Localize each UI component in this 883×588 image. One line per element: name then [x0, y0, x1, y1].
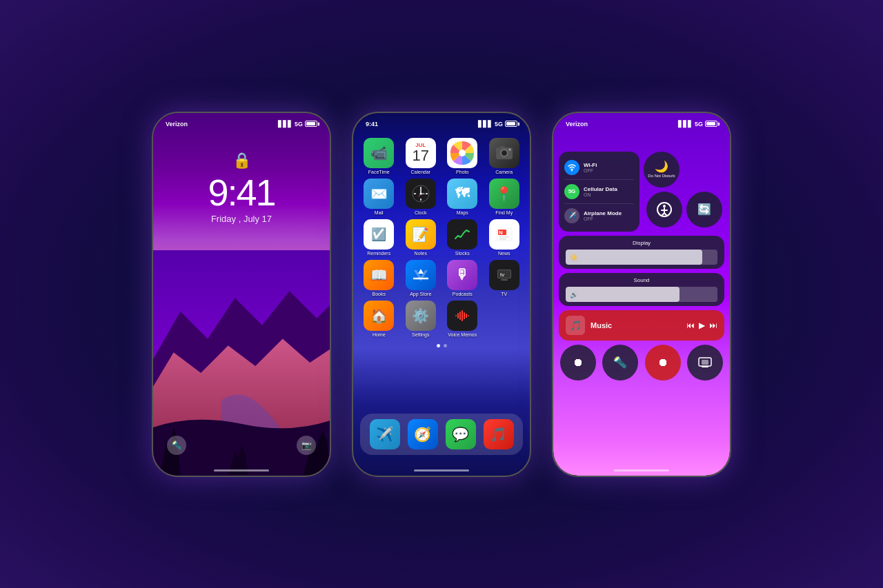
dock-telegram[interactable]: ✈️	[370, 419, 400, 449]
app-icon-camera[interactable]: Camera	[486, 138, 524, 174]
svg-rect-29	[455, 315, 457, 316]
wifi-icon	[564, 160, 579, 175]
app-icon-photos[interactable]: Photo	[444, 138, 482, 174]
app-mail-label: Mail	[375, 210, 384, 215]
app-mail-icon: ✉️	[364, 179, 394, 209]
app-icon-mail[interactable]: ✉️ Mail	[360, 179, 398, 215]
app-icon-reminders[interactable]: ☑️ Reminders	[360, 219, 398, 256]
cc-cellular-status: ON	[584, 192, 617, 197]
lock-date: Friday , July 17	[211, 214, 272, 224]
app-icon-voicememos[interactable]: Voice Memos	[444, 301, 482, 337]
cc-dnd-label: Do Not Disturb	[648, 174, 675, 179]
iphone-control-center: Verizon ▋▋▋ 5G	[552, 112, 731, 477]
cc-wifi-toggle[interactable]: Wi-Fi OFF	[564, 157, 634, 178]
app-icon-home[interactable]: 🏠 Home	[360, 301, 398, 337]
dock-safari[interactable]: 🧭	[408, 419, 438, 449]
cc-rotation-button[interactable]: 🔄	[686, 192, 722, 227]
cc-flashlight-button[interactable]: 🔦	[602, 345, 638, 381]
svg-point-5	[502, 151, 506, 155]
app-news-icon: N	[489, 219, 519, 250]
svg-text:N: N	[499, 230, 503, 236]
app-clock-label: Clock	[415, 210, 427, 215]
svg-rect-33	[464, 312, 465, 319]
cc-screen-mirror-button[interactable]	[687, 345, 723, 381]
cc-display-card: Display ☀️	[559, 236, 724, 269]
cc-top-grid: Wi-Fi OFF 5G Cellular Data ON	[559, 152, 724, 232]
cellular-icon: 5G	[564, 184, 579, 199]
svg-point-17	[419, 192, 421, 194]
signal-group-2: ▋▋▋ 5G	[478, 121, 517, 128]
app-camera-icon	[489, 138, 519, 168]
cc-wifi-status: OFF	[584, 168, 597, 173]
cc-record-button[interactable]: ⏺	[560, 345, 596, 381]
app-reminders-icon: ☑️	[364, 219, 394, 250]
cc-airplane-toggle[interactable]: ✈️ Airplane Mode OFF	[564, 205, 634, 226]
app-home-icon: 🏠	[364, 301, 394, 331]
time-2: 9:41	[366, 121, 378, 128]
app-icon-news[interactable]: N News	[486, 219, 524, 256]
cc-bottom-row: ⏺ 🔦 ⏺	[559, 345, 724, 381]
app-icon-settings[interactable]: ⚙️ Settings	[402, 301, 440, 337]
dock-telegram-icon: ✈️	[370, 419, 400, 449]
svg-rect-6	[500, 146, 505, 148]
status-bar-2: 9:41 ▋▋▋ 5G	[353, 113, 530, 131]
cc-wifi-text: Wi-Fi OFF	[584, 162, 597, 173]
cc-dnd-button[interactable]: 🌙 Do Not Disturb	[644, 152, 679, 187]
battery-icon-3	[705, 121, 717, 127]
cc-cellular-toggle[interactable]: 5G Cellular Data ON	[564, 181, 634, 202]
app-books-icon: 📖	[364, 260, 394, 290]
brightness-icon: ☀️	[570, 253, 578, 261]
app-icon-clock[interactable]: Clock	[402, 179, 440, 215]
svg-point-38	[663, 205, 666, 207]
svg-point-2	[459, 150, 466, 156]
cc-sound-slider[interactable]: 🔊	[566, 287, 717, 302]
app-icon-stocks[interactable]: Stocks	[444, 219, 482, 256]
app-calendar-icon: JUL 17	[406, 138, 436, 168]
play-button[interactable]: ▶	[699, 321, 705, 330]
app-maps-icon: 🗺	[447, 179, 477, 209]
app-podcasts-icon: 🎙	[447, 260, 477, 290]
flashlight-button[interactable]: 🔦	[167, 436, 186, 455]
app-camera-label: Camera	[495, 170, 513, 174]
carrier-3: Verizon	[566, 121, 588, 128]
app-notes-label: Notes	[415, 251, 427, 256]
lock-bottom-icons: 🔦 📷	[153, 436, 330, 455]
app-photos-label: Photo	[456, 170, 468, 174]
dock-music[interactable]: 🎵	[484, 419, 514, 449]
app-facetime-label: FaceTime	[368, 170, 390, 174]
carrier-1: Verizon	[166, 121, 188, 128]
app-icon-appstore[interactable]: App Store	[402, 260, 440, 296]
app-icon-calendar[interactable]: JUL 17 Calendar	[402, 138, 440, 174]
app-icon-appletv[interactable]: tv TV	[486, 260, 524, 296]
app-home-label: Home	[373, 332, 386, 337]
signal-bars-3: ▋▋▋	[678, 121, 693, 128]
page-dot-1	[437, 344, 440, 347]
app-icon-maps[interactable]: 🗺 Maps	[444, 179, 482, 215]
svg-rect-35	[468, 315, 469, 316]
app-icon-books[interactable]: 📖 Books	[360, 260, 398, 296]
app-maps-label: Maps	[457, 210, 468, 215]
svg-rect-44	[702, 360, 708, 365]
camera-button[interactable]: 📷	[297, 436, 316, 455]
prev-button[interactable]: ⏮	[686, 321, 695, 330]
airplane-icon: ✈️	[564, 208, 579, 223]
app-icon-facetime[interactable]: 📹 FaceTime	[360, 138, 398, 174]
cc-record-red-button[interactable]: ⏺	[645, 345, 681, 381]
app-icon-podcasts[interactable]: 🎙 Podcasts	[444, 260, 482, 296]
cc-airplane-text: Airplane Mode OFF	[584, 210, 622, 221]
app-reminders-label: Reminders	[367, 251, 390, 256]
cc-right-buttons: 🌙 Do Not Disturb	[644, 152, 724, 232]
app-clock-icon	[406, 179, 436, 209]
app-calendar-label: Calendar	[411, 170, 430, 174]
cc-music-player[interactable]: 🎵 Music ⏮ ▶ ⏭	[559, 310, 724, 341]
cc-accessibility-button[interactable]	[646, 192, 682, 227]
app-icon-findmy[interactable]: 📍 Find My	[486, 179, 524, 215]
app-icon-notes[interactable]: 📝 Notes	[402, 219, 440, 256]
next-button[interactable]: ⏭	[709, 321, 717, 330]
cc-display-slider[interactable]: ☀️	[566, 250, 717, 265]
app-voicememos-label: Voice Memos	[448, 332, 477, 337]
svg-rect-30	[457, 313, 459, 318]
page-dot-2	[444, 344, 447, 347]
dock-messages[interactable]: 💬	[446, 419, 476, 449]
app-stocks-label: Stocks	[455, 251, 470, 256]
